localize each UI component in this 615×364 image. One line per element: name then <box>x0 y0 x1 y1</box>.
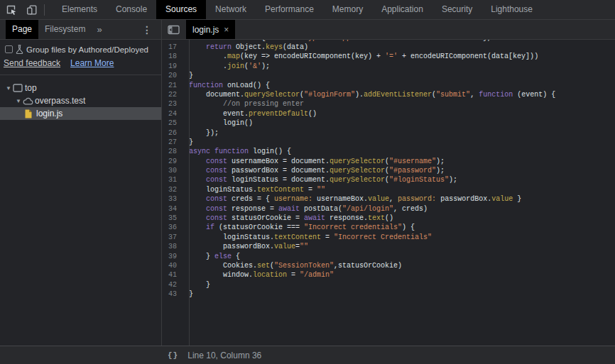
editor-tab-loginjs[interactable]: login.js × <box>186 20 235 39</box>
code-text[interactable]: } <box>183 71 193 80</box>
code-text[interactable]: }); <box>183 128 219 138</box>
device-toolbar-icon[interactable] <box>23 1 41 18</box>
line-number[interactable]: 22 <box>162 90 183 99</box>
line-number[interactable]: 34 <box>162 204 183 214</box>
more-tabs-icon[interactable]: » <box>97 24 102 35</box>
code-line: 30 const passwordBox = document.querySel… <box>162 166 615 175</box>
group-files-checkbox[interactable] <box>5 45 13 53</box>
pretty-print-icon[interactable]: {} <box>168 351 178 360</box>
line-number[interactable]: 36 <box>162 223 183 232</box>
code-line: 41 window.location = "/admin" <box>162 270 615 280</box>
tab-security[interactable]: Security <box>432 0 481 19</box>
tree-item-login-js[interactable]: login.js <box>0 107 161 120</box>
tab-sources[interactable]: Sources <box>156 0 206 19</box>
code-text[interactable]: window.location = "/admin" <box>183 270 334 280</box>
code-line: 42 } <box>162 280 615 289</box>
code-text[interactable]: if (statusOrCookie === "Incorrect creden… <box>183 223 415 232</box>
line-number[interactable]: 29 <box>162 157 183 166</box>
tab-network[interactable]: Network <box>206 0 256 19</box>
line-number[interactable]: 40 <box>162 261 183 270</box>
content-area: Group files by Authored/Deployed Send fe… <box>0 40 615 346</box>
code-text[interactable]: .map(key => encodeURIComponent(key) + '=… <box>183 52 538 61</box>
line-number[interactable]: 32 <box>162 185 183 194</box>
code-text[interactable]: return Object.keys(data) <box>183 43 308 52</box>
tab-filesystem[interactable]: Filesystem <box>38 20 92 39</box>
tab-lighthouse[interactable]: Lighthouse <box>481 0 542 19</box>
send-feedback-link[interactable]: Send feedback <box>4 58 60 68</box>
tab-performance[interactable]: Performance <box>256 0 323 19</box>
tab-page[interactable]: Page <box>6 20 38 39</box>
code-text[interactable]: const passwordBox = document.querySelect… <box>183 166 445 175</box>
code-line: 22 document.querySelector("#loginForm").… <box>162 90 615 99</box>
line-number[interactable]: 43 <box>162 289 183 299</box>
code-text[interactable]: loginStatus.textContent = "Incorrect Cre… <box>183 233 432 242</box>
sidebar-tab-bar: Page Filesystem » ⋮ <box>0 20 162 39</box>
line-number[interactable]: 30 <box>162 166 183 175</box>
line-number[interactable]: 35 <box>162 214 183 223</box>
code-text[interactable]: login() <box>183 118 253 128</box>
code-line: 21function onLoad() { <box>162 81 615 90</box>
code-text[interactable]: document.querySelector("#loginForm").add… <box>183 90 555 99</box>
code-lines: 17 return Object.keys(data)18 .map(key =… <box>162 43 615 299</box>
line-number[interactable]: 27 <box>162 138 183 147</box>
code-text[interactable]: async function login() { <box>183 147 291 156</box>
code-line: 43} <box>162 289 615 299</box>
code-text[interactable]: } else { <box>183 252 240 261</box>
line-number[interactable]: 42 <box>162 280 183 289</box>
line-number[interactable]: 23 <box>162 99 183 109</box>
code-line: 34 const response = await postData("/api… <box>162 204 615 214</box>
tree-item-overpass-test[interactable]: ▼overpass.test <box>0 94 161 107</box>
line-number[interactable]: 28 <box>162 147 183 156</box>
learn-more-link[interactable]: Learn More <box>70 58 114 68</box>
expand-arrow-icon[interactable]: ▼ <box>4 85 13 92</box>
code-text[interactable]: const creds = { username: usernameBox.va… <box>183 194 521 204</box>
tab-console[interactable]: Console <box>107 0 156 19</box>
line-number[interactable]: 17 <box>162 43 183 52</box>
panel-tabs: ElementsConsoleSourcesNetworkPerformance… <box>53 0 542 19</box>
inspect-element-icon[interactable] <box>2 1 21 18</box>
line-number[interactable]: 21 <box>162 81 183 90</box>
tab-application[interactable]: Application <box>372 0 432 19</box>
main-toolbar: ElementsConsoleSourcesNetworkPerformance… <box>0 0 615 20</box>
code-line: 28async function login() { <box>162 147 615 156</box>
collapse-sidebar-icon[interactable] <box>165 22 181 38</box>
code-text[interactable]: //on pressing enter <box>183 99 304 109</box>
code-text[interactable]: Cookies.set("SessionToken",statusOrCooki… <box>183 261 402 270</box>
line-number[interactable]: 41 <box>162 270 183 280</box>
cloud-icon <box>23 97 35 105</box>
line-number[interactable]: 39 <box>162 252 183 261</box>
line-number[interactable]: 18 <box>162 52 183 61</box>
code-text[interactable]: .join('&'); <box>183 62 270 71</box>
cursor-position: Line 10, Column 36 <box>187 351 261 360</box>
code-text[interactable]: } <box>183 280 210 289</box>
code-line: 31 const loginStatus = document.querySel… <box>162 175 615 184</box>
line-number[interactable]: 26 <box>162 128 183 138</box>
code-text[interactable]: const response = await postData("/api/lo… <box>183 204 428 214</box>
code-editor[interactable]: headers: {'Content-Type': 'application/x… <box>162 40 615 346</box>
code-text[interactable]: passwordBox.value="" <box>183 242 308 251</box>
code-text[interactable]: const loginStatus = document.querySelect… <box>183 175 457 184</box>
line-number[interactable]: 37 <box>162 233 183 242</box>
close-tab-icon[interactable]: × <box>224 25 229 35</box>
line-number[interactable]: 33 <box>162 194 183 204</box>
tab-elements[interactable]: Elements <box>53 0 107 19</box>
code-text[interactable]: const statusOrCookie = await response.te… <box>183 214 393 223</box>
line-number[interactable]: 31 <box>162 175 183 184</box>
expand-arrow-icon[interactable]: ▼ <box>14 98 23 104</box>
line-number[interactable]: 19 <box>162 62 183 71</box>
code-text[interactable]: } <box>183 138 193 147</box>
line-number[interactable]: 24 <box>162 109 183 118</box>
second-row: Page Filesystem » ⋮ login.js × <box>0 20 615 40</box>
line-number[interactable]: 25 <box>162 118 183 128</box>
code-text[interactable]: loginStatus.textContent = "" <box>183 185 325 194</box>
code-text[interactable]: } <box>183 289 193 299</box>
tree-item-top[interactable]: ▼top <box>0 82 161 94</box>
tree-item-label: login.js <box>36 109 62 118</box>
code-text[interactable]: event.preventDefault() <box>183 109 317 118</box>
line-number[interactable]: 20 <box>162 71 183 80</box>
code-text[interactable]: const usernameBox = document.querySelect… <box>183 157 445 166</box>
tab-memory[interactable]: Memory <box>323 0 372 19</box>
line-number[interactable]: 38 <box>162 242 183 251</box>
code-text[interactable]: function onLoad() { <box>183 81 270 90</box>
more-options-icon[interactable]: ⋮ <box>142 24 152 35</box>
